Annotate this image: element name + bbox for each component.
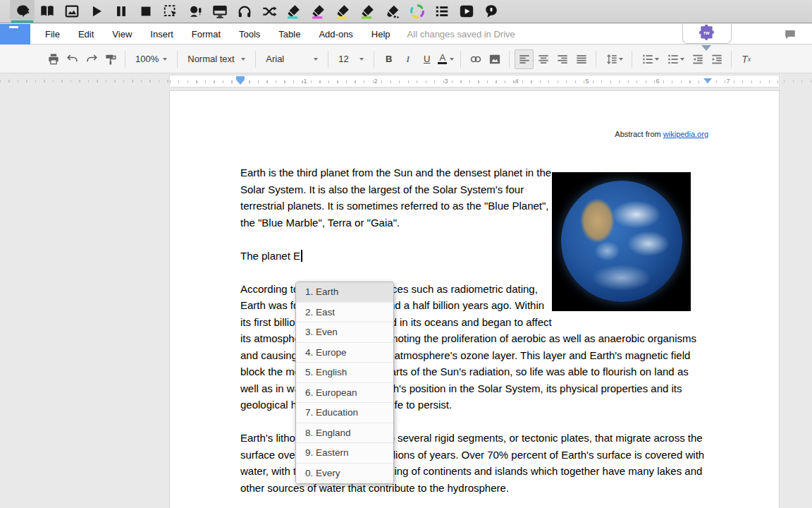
prediction-item[interactable]: 3. Even	[296, 322, 393, 343]
prediction-icon[interactable]	[10, 0, 35, 23]
menu-edit[interactable]: Edit	[78, 29, 94, 40]
text-cursor	[301, 250, 302, 262]
menu-addons[interactable]: Add-ons	[319, 29, 352, 40]
menu-view[interactable]: View	[112, 29, 132, 40]
paragraph-style-select[interactable]: Normal text	[183, 49, 250, 69]
image-float-wrap	[552, 164, 708, 328]
clear-highlights-icon[interactable]	[380, 0, 405, 23]
talk-and-type-icon[interactable]	[183, 0, 207, 23]
chevron-down-icon	[359, 58, 364, 61]
paint-format-icon[interactable]	[101, 49, 120, 69]
picture-dictionary-icon[interactable]	[59, 0, 84, 23]
collect-highlights-icon[interactable]	[405, 0, 429, 23]
abstract-line: Abstract from wikipedia.org	[240, 129, 708, 139]
screen-mask-icon[interactable]	[207, 0, 232, 23]
play-icon[interactable]	[84, 0, 109, 23]
chevron-down-icon	[241, 58, 245, 61]
ruler-left-indent-marker[interactable]	[236, 76, 245, 85]
prediction-item[interactable]: 5. English	[296, 363, 393, 383]
voice-note-icon[interactable]	[479, 0, 503, 23]
increase-indent-icon[interactable]	[707, 49, 726, 69]
prediction-item[interactable]: 4. Europe	[296, 343, 393, 363]
text-color-button[interactable]: A	[436, 49, 455, 69]
chevron-down-icon	[314, 58, 318, 61]
earth-image[interactable]	[552, 172, 691, 311]
translator-icon[interactable]	[257, 0, 281, 23]
align-right-icon[interactable]	[553, 49, 572, 69]
prediction-item[interactable]: 6. European	[296, 383, 393, 404]
vocabulary-list-icon[interactable]	[429, 0, 454, 23]
svg-text:rw: rw	[703, 30, 710, 35]
italic-button[interactable]: I	[398, 49, 417, 69]
prediction-item[interactable]: 0. Every	[296, 464, 393, 484]
menu-tools[interactable]: Tools	[239, 29, 260, 40]
highlighter-cyan-icon[interactable]	[281, 0, 306, 23]
prediction-item[interactable]: 8. England	[296, 423, 393, 444]
ruler-number: 5	[585, 78, 589, 85]
insert-link-icon[interactable]	[466, 49, 485, 69]
ruler-ticks	[170, 80, 779, 83]
ruler-number: 4	[515, 78, 518, 85]
ruler-number: 1	[303, 78, 307, 85]
decrease-indent-icon[interactable]	[688, 49, 707, 69]
justify-icon[interactable]	[572, 49, 591, 69]
print-icon[interactable]	[44, 49, 63, 69]
docs-home-dash	[9, 26, 18, 28]
highlighter-yellow-icon[interactable]	[331, 0, 355, 23]
menu-format[interactable]: Format	[192, 29, 221, 40]
save-status: All changes saved in Drive	[407, 29, 515, 40]
bold-button[interactable]: B	[379, 49, 398, 69]
insert-image-icon[interactable]	[485, 49, 504, 69]
highlighter-magenta-icon[interactable]	[306, 0, 331, 23]
menu-table[interactable]: Table	[278, 29, 300, 40]
align-center-icon[interactable]	[534, 49, 553, 69]
font-select[interactable]: Arial	[261, 49, 323, 69]
ruler-number: 6	[656, 78, 659, 85]
zoom-select[interactable]: 100%	[130, 49, 172, 69]
docs-home-button[interactable]	[0, 24, 30, 44]
menu-help[interactable]: Help	[371, 29, 390, 40]
highlighter-green-icon[interactable]	[355, 0, 380, 23]
chevron-down-icon	[619, 58, 623, 61]
prediction-item[interactable]: 9. Eastern	[296, 443, 393, 464]
screenshot-reader-icon[interactable]	[158, 0, 183, 23]
extension-tab-chevron[interactable]	[701, 45, 711, 51]
earth-globe	[561, 181, 682, 302]
ruler[interactable]: 1 2 3 4 5 6 7	[0, 74, 812, 88]
formatting-toolbar: 100% Normal text Arial 12 B I U A	[0, 45, 812, 73]
readwrite-puzzle-icon[interactable]: rw	[698, 24, 716, 42]
clear-formatting-button[interactable]: Tx	[737, 49, 756, 69]
menu-items: File Edit View Insert Format Tools Table…	[45, 29, 390, 40]
wikipedia-link[interactable]: wikipedia.org	[663, 130, 708, 138]
document-page[interactable]: Abstract from wikipedia.org Earth is the…	[169, 90, 780, 508]
video-icon[interactable]	[454, 0, 479, 23]
ruler-number: 7	[726, 78, 730, 85]
document-area: Abstract from wikipedia.org Earth is the…	[0, 89, 812, 508]
chevron-down-icon	[450, 58, 454, 61]
ruler-band[interactable]: 1 2 3 4 5 6 7	[169, 75, 780, 87]
menu-file[interactable]: File	[45, 29, 60, 40]
font-size-select[interactable]: 12	[333, 49, 369, 69]
line-spacing-icon[interactable]	[601, 49, 627, 69]
numbered-list-icon[interactable]	[637, 49, 663, 69]
menu-insert[interactable]: Insert	[150, 29, 173, 40]
prediction-item[interactable]: 1. Earth	[296, 282, 393, 303]
dictionary-icon[interactable]	[35, 0, 59, 23]
word-prediction-dropdown: 1. Earth 2. East 3. Even 4. Europe 5. En…	[295, 282, 394, 484]
undo-icon[interactable]	[63, 49, 82, 69]
chevron-down-icon	[655, 58, 659, 61]
pause-icon[interactable]	[109, 0, 133, 23]
ruler-number: 2	[374, 78, 377, 85]
bulleted-list-icon[interactable]	[663, 49, 688, 69]
underline-button[interactable]: U	[417, 49, 436, 69]
audio-maker-icon[interactable]	[232, 0, 257, 23]
comment-icon[interactable]	[784, 28, 796, 44]
prediction-item[interactable]: 7. Education	[296, 403, 393, 423]
extension-tab[interactable]: rw	[682, 24, 732, 44]
stop-icon[interactable]	[133, 0, 158, 23]
abstract-text: Abstract from	[615, 130, 663, 138]
prediction-item[interactable]: 2. East	[296, 303, 393, 323]
ruler-right-indent-marker[interactable]	[703, 78, 712, 83]
redo-icon[interactable]	[82, 49, 101, 69]
align-left-icon[interactable]	[515, 49, 534, 69]
